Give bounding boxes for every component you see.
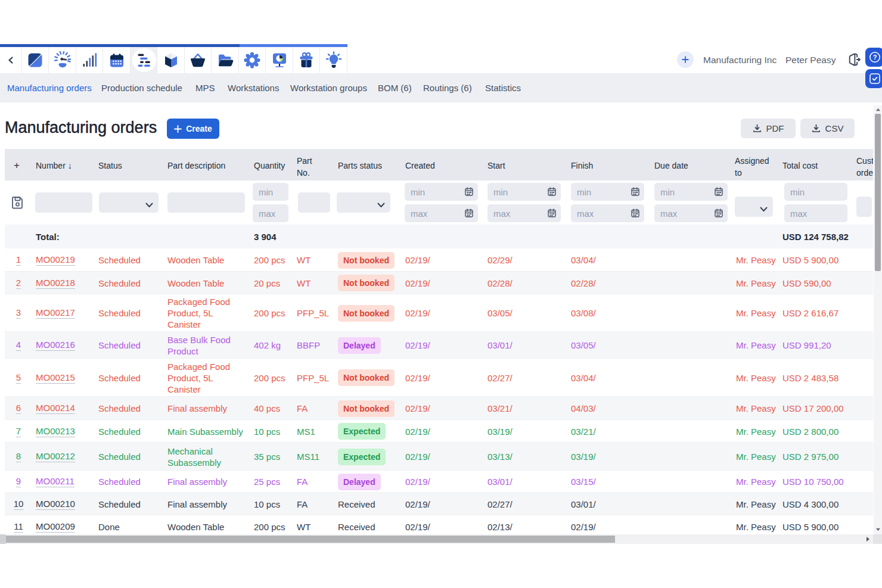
svg-text:?: ?	[872, 54, 877, 61]
